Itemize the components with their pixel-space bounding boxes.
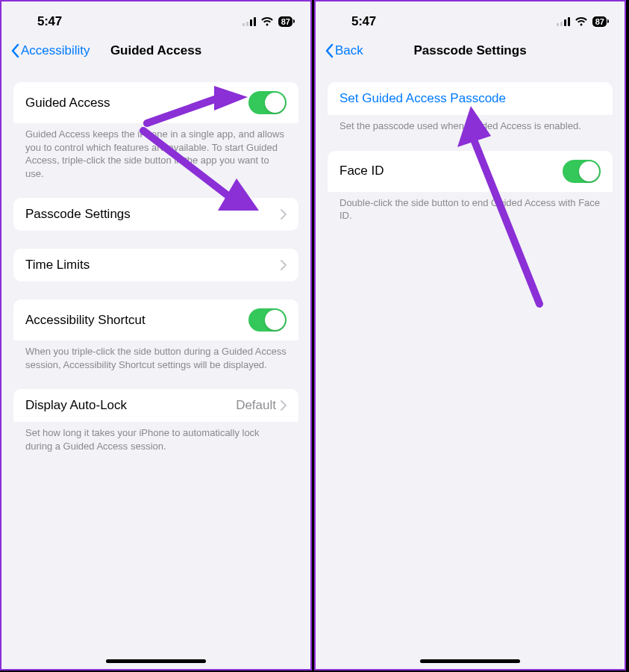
group-faceid: Face ID Double-click the side button to … — [328, 151, 613, 223]
toggle-switch[interactable] — [248, 91, 287, 114]
phone-passcode-settings: 5:47 87 Back Passcode Settings Set Guide… — [314, 0, 626, 671]
row-label: Set Guided Access Passcode — [339, 91, 506, 106]
row-value: Default — [236, 398, 276, 413]
status-icons: 87 — [242, 16, 292, 27]
group-display-autolock: Display Auto-Lock Default Set how long i… — [13, 389, 298, 452]
row-label: Display Auto-Lock — [25, 398, 236, 413]
home-indicator[interactable] — [420, 659, 520, 663]
settings-list: Guided Access Guided Access keeps the iP… — [1, 82, 310, 452]
wifi-icon — [260, 17, 274, 26]
row-accessibility-shortcut[interactable]: Accessibility Shortcut — [13, 299, 298, 340]
group-guided-access: Guided Access Guided Access keeps the iP… — [13, 82, 298, 180]
svg-rect-6 — [564, 19, 566, 26]
row-time-limits[interactable]: Time Limits — [13, 249, 298, 281]
row-label: Accessibility Shortcut — [25, 313, 248, 328]
svg-rect-7 — [568, 17, 570, 26]
group-footer: Double-click the side button to end Guid… — [328, 192, 613, 223]
svg-rect-1 — [246, 22, 248, 26]
nav-bar: Accessibility Guided Access — [1, 36, 310, 69]
page-title: Guided Access — [110, 43, 201, 58]
svg-rect-3 — [254, 17, 256, 26]
chevron-right-icon — [281, 209, 287, 220]
chevron-right-icon — [281, 400, 287, 411]
svg-rect-4 — [557, 23, 559, 26]
row-label: Face ID — [339, 164, 563, 178]
home-indicator[interactable] — [106, 659, 206, 663]
status-bar: 5:47 87 — [1, 1, 310, 36]
group-footer: When you triple-click the side button du… — [13, 340, 298, 371]
group-time-limits: Time Limits — [13, 249, 298, 281]
group-footer: Set the passcode used when Guided Access… — [328, 115, 613, 133]
group-footer: Set how long it takes your iPhone to aut… — [13, 422, 298, 452]
toggle-switch[interactable] — [248, 308, 287, 332]
wifi-icon — [575, 17, 588, 26]
group-set-passcode: Set Guided Access Passcode Set the passc… — [328, 82, 613, 133]
back-button[interactable]: Back — [325, 43, 363, 58]
svg-rect-5 — [560, 22, 563, 26]
status-time: 5:47 — [19, 14, 62, 29]
nav-bar: Back Passcode Settings — [316, 36, 625, 69]
group-footer: Guided Access keeps the iPhone in a sing… — [13, 123, 298, 180]
group-accessibility-shortcut: Accessibility Shortcut When you triple-c… — [13, 299, 298, 371]
page-title: Passcode Settings — [413, 43, 526, 58]
status-icons: 87 — [557, 16, 607, 27]
svg-rect-0 — [242, 23, 245, 26]
toggle-switch[interactable] — [563, 160, 601, 183]
back-label: Back — [335, 43, 363, 58]
chevron-left-icon — [10, 43, 19, 58]
settings-list: Set Guided Access Passcode Set the passc… — [316, 82, 625, 223]
battery-icon: 87 — [592, 16, 607, 27]
chevron-right-icon — [281, 260, 287, 270]
row-passcode-settings[interactable]: Passcode Settings — [13, 198, 298, 231]
chevron-left-icon — [325, 43, 334, 58]
battery-icon: 87 — [278, 16, 292, 27]
status-bar: 5:47 87 — [316, 1, 625, 36]
row-guided-access-toggle[interactable]: Guided Access — [13, 82, 298, 123]
back-button[interactable]: Accessibility — [10, 43, 90, 58]
svg-rect-2 — [250, 19, 252, 26]
row-label: Time Limits — [25, 258, 281, 273]
row-faceid[interactable]: Face ID — [328, 151, 613, 192]
row-label: Guided Access — [25, 96, 248, 111]
group-passcode: Passcode Settings — [13, 198, 298, 231]
row-label: Passcode Settings — [25, 207, 281, 222]
phone-guided-access: 5:47 87 Accessibility Guided Access Guid… — [0, 0, 312, 671]
row-display-autolock[interactable]: Display Auto-Lock Default — [13, 389, 298, 422]
cellular-icon — [242, 17, 256, 26]
row-set-passcode[interactable]: Set Guided Access Passcode — [328, 82, 613, 115]
cellular-icon — [557, 17, 570, 26]
back-label: Accessibility — [21, 43, 90, 58]
status-time: 5:47 — [334, 14, 376, 29]
